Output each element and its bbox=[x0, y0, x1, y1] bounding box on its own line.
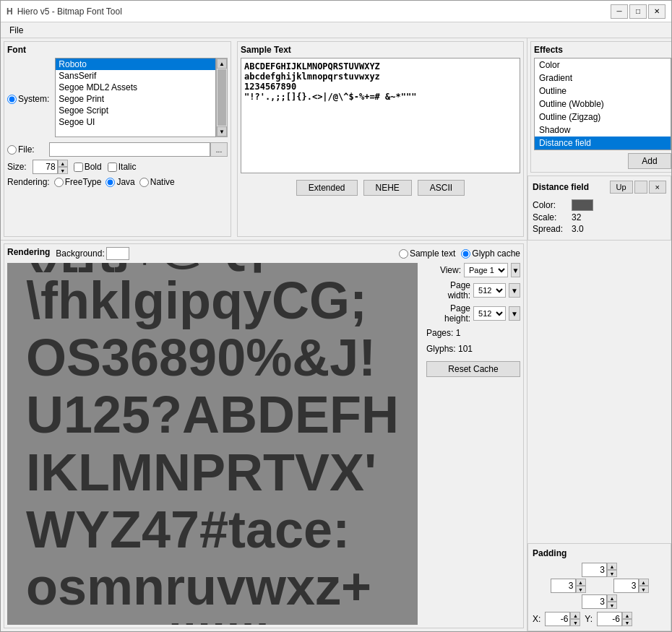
glyphs-label: Glyphs: bbox=[426, 344, 458, 354]
title-bar: H Hiero v5 - Bitmap Font Tool ─ □ ✕ bbox=[1, 1, 671, 22]
font-list-item[interactable]: Segoe MDL2 Assets bbox=[56, 82, 215, 93]
bold-checkbox-label[interactable]: Bold bbox=[74, 162, 102, 172]
xy-row: X: ▲ ▼ Y: ▲ ▼ bbox=[533, 612, 666, 626]
glyph-cache-radio[interactable] bbox=[461, 249, 470, 259]
page-height-dropdown-btn[interactable]: ▼ bbox=[509, 306, 520, 321]
padding-right-up[interactable]: ▲ bbox=[639, 579, 649, 586]
scroll-thumb[interactable] bbox=[217, 69, 226, 126]
view-select[interactable]: Page 1 bbox=[464, 263, 508, 277]
right-spacer bbox=[527, 243, 671, 543]
page-width-row: Page width: 512 ▼ bbox=[426, 280, 520, 300]
y-input[interactable] bbox=[597, 612, 622, 626]
file-radio-label[interactable]: File: bbox=[7, 144, 49, 155]
font-list-item[interactable]: Segoe Script bbox=[56, 105, 215, 116]
effects-list[interactable]: Color Gradient Outline Outline (Wobble) … bbox=[534, 58, 671, 150]
system-radio-label[interactable]: System: bbox=[7, 94, 49, 104]
df-spread-label: Spread: bbox=[533, 224, 569, 234]
minimize-button[interactable]: ─ bbox=[611, 4, 628, 19]
bold-checkbox[interactable] bbox=[74, 163, 83, 172]
font-list[interactable]: Roboto SansSerif Segoe MDL2 Assets Segoe… bbox=[55, 58, 216, 137]
browse-button[interactable]: ... bbox=[210, 142, 228, 157]
extended-button[interactable]: Extended bbox=[296, 180, 358, 196]
nehe-button[interactable]: NEHE bbox=[363, 180, 412, 196]
padding-right-down[interactable]: ▼ bbox=[639, 586, 649, 593]
java-radio-label[interactable]: Java bbox=[105, 177, 134, 187]
effects-item-outline[interactable]: Outline bbox=[535, 85, 671, 98]
close-button[interactable]: ✕ bbox=[648, 4, 665, 19]
y-down[interactable]: ▼ bbox=[622, 619, 632, 626]
add-effect-button[interactable]: Add bbox=[628, 153, 671, 169]
padding-top-input[interactable] bbox=[582, 563, 607, 577]
glyph-cache-radio-label[interactable]: Glyph cache bbox=[461, 248, 520, 259]
effects-item-gradient[interactable]: Gradient bbox=[535, 72, 671, 85]
font-list-item[interactable]: Segoe UI bbox=[56, 116, 215, 128]
padding-grid: ▲ ▼ ▲ ▼ bbox=[533, 563, 666, 609]
menu-bar: File bbox=[1, 22, 671, 38]
background-input[interactable] bbox=[106, 247, 129, 260]
padding-bottom-down[interactable]: ▼ bbox=[607, 602, 617, 609]
df-color-swatch[interactable] bbox=[572, 199, 593, 211]
italic-label: Italic bbox=[119, 162, 137, 172]
padding-bottom-input[interactable] bbox=[582, 594, 607, 609]
java-radio[interactable] bbox=[105, 178, 115, 187]
native-radio-label[interactable]: Native bbox=[139, 177, 175, 187]
effects-item-distance-field[interactable]: Distance field bbox=[535, 137, 671, 150]
page-width-dropdown-btn[interactable]: ▼ bbox=[509, 283, 520, 298]
menu-file[interactable]: File bbox=[4, 24, 29, 37]
pages-info: Pages: 1 bbox=[426, 328, 520, 338]
padding-right-spinner: ▲ ▼ bbox=[613, 579, 649, 593]
native-label: Native bbox=[150, 177, 175, 187]
sample-text-radio-label[interactable]: Sample text bbox=[399, 248, 455, 259]
df-up-button[interactable]: Up bbox=[610, 181, 633, 194]
y-up[interactable]: ▲ bbox=[622, 612, 632, 619]
size-input[interactable] bbox=[33, 160, 58, 174]
df-blank-button[interactable] bbox=[634, 181, 647, 194]
freetype-radio-label[interactable]: FreeType bbox=[54, 177, 102, 187]
font-list-item[interactable]: SansSerif bbox=[56, 70, 215, 82]
size-down-btn[interactable]: ▼ bbox=[58, 167, 68, 174]
effects-item-outline-wobble[interactable]: Outline (Wobble) bbox=[535, 98, 671, 111]
x-up[interactable]: ▲ bbox=[570, 612, 580, 619]
padding-bottom-up[interactable]: ▲ bbox=[607, 594, 617, 602]
italic-checkbox-label[interactable]: Italic bbox=[108, 162, 137, 172]
padding-right-input[interactable] bbox=[613, 579, 639, 593]
font-list-item[interactable]: Segoe Print bbox=[56, 93, 215, 105]
bold-label: Bold bbox=[85, 162, 102, 172]
italic-checkbox[interactable] bbox=[108, 163, 117, 172]
font-list-scrollbar[interactable]: ▲ ▼ bbox=[216, 58, 228, 137]
view-dropdown-btn[interactable]: ▼ bbox=[511, 263, 520, 277]
size-up-btn[interactable]: ▲ bbox=[58, 160, 68, 167]
file-input[interactable] bbox=[49, 142, 210, 157]
reset-cache-button[interactable]: Reset Cache bbox=[426, 361, 520, 377]
effects-item-shadow[interactable]: Shadow bbox=[535, 124, 671, 137]
sample-text-radio[interactable] bbox=[399, 249, 408, 259]
df-title: Distance field bbox=[533, 182, 589, 192]
x-input[interactable] bbox=[545, 612, 570, 626]
glyph-canvas: ()[]{j$@Q|bd/ \fhklgipqyCG; OS36890%&J! … bbox=[7, 263, 418, 625]
padding-left-input[interactable] bbox=[551, 579, 576, 593]
right-panel: Effects Color Gradient Outline Outline (… bbox=[527, 38, 671, 631]
padding-left-down[interactable]: ▼ bbox=[576, 586, 586, 593]
effects-item-outline-zigzag[interactable]: Outline (Zigzag) bbox=[535, 111, 671, 124]
sample-textarea[interactable]: ABCDEFGHIJKLMNOPQRSTUVWXYZ abcdefghijklm… bbox=[241, 58, 520, 173]
df-delete-button[interactable]: × bbox=[649, 181, 666, 194]
file-radio[interactable] bbox=[7, 145, 17, 155]
scroll-up-btn[interactable]: ▲ bbox=[217, 59, 227, 69]
native-radio[interactable] bbox=[139, 178, 149, 187]
x-down[interactable]: ▼ bbox=[570, 619, 580, 626]
page-width-select[interactable]: 512 bbox=[473, 283, 506, 298]
system-radio[interactable] bbox=[7, 95, 17, 104]
freetype-radio[interactable] bbox=[54, 178, 64, 187]
padding-top-up[interactable]: ▲ bbox=[607, 563, 617, 570]
effects-item-color[interactable]: Color bbox=[535, 59, 671, 72]
padding-top-down[interactable]: ▼ bbox=[607, 570, 617, 577]
page-height-select[interactable]: 512 bbox=[473, 306, 506, 321]
scroll-down-btn[interactable]: ▼ bbox=[217, 126, 227, 137]
maximize-button[interactable]: □ bbox=[629, 4, 647, 19]
view-toggle: Sample text Glyph cache bbox=[399, 248, 520, 259]
font-list-item[interactable]: Roboto bbox=[56, 59, 215, 70]
padding-left-up[interactable]: ▲ bbox=[576, 579, 586, 586]
ascii-button[interactable]: ASCII bbox=[418, 180, 465, 196]
left-center-area: Font System: Roboto SansSerif Segoe bbox=[1, 38, 527, 631]
pages-value: 1 bbox=[456, 328, 461, 338]
